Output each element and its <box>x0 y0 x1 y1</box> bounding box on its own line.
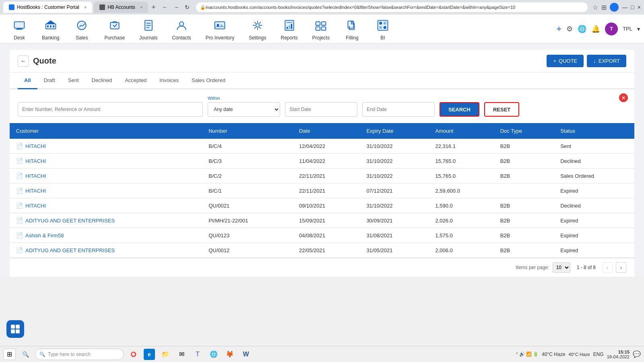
export-button[interactable]: ↓ EXPORT <box>587 55 626 67</box>
start-button[interactable]: ⊞ <box>3 349 16 360</box>
taskbar-chrome-icon[interactable]: 🌐 <box>208 349 219 360</box>
notification-icon[interactable]: 🔔 <box>591 25 600 33</box>
nav-item-journals[interactable]: Journals <box>132 14 165 44</box>
close-filter-button[interactable]: × <box>619 93 628 102</box>
tab-accepted[interactable]: Accepted <box>118 72 153 89</box>
customer-link-2[interactable]: 📄 HITACHI <box>16 173 196 179</box>
flag-icon[interactable]: 🌐 <box>578 25 586 33</box>
within-group: Within Any date This week This month Thi… <box>208 96 280 117</box>
address-bar[interactable]: 🔒 inaccounts.hostbooks.com/accounts-book… <box>196 2 588 12</box>
taskbar-mail-icon[interactable]: ✉ <box>176 349 187 360</box>
new-tab-button[interactable]: + <box>151 3 156 12</box>
bookmark-icon[interactable]: ☆ <box>592 4 598 11</box>
reload-btn[interactable]: ↻ <box>183 3 191 11</box>
nav-item-reports[interactable]: Reports <box>274 14 305 44</box>
taskbar-search-icon: 🔍 <box>39 352 45 357</box>
cell-amount-1: 15,765.0 <box>429 154 493 169</box>
customer-link-7[interactable]: 📄 ADITYUG AND GEET ENTERPRISES <box>16 247 196 253</box>
search-input[interactable] <box>18 102 203 117</box>
items-per-page-select[interactable]: 10 25 50 <box>553 262 570 273</box>
taskbar-edge-icon[interactable]: e <box>144 349 155 360</box>
col-number: Number <box>202 123 293 139</box>
cell-customer-1: 📄 HITACHI <box>10 154 202 169</box>
cell-status-6: Expired <box>554 228 634 243</box>
svg-point-31 <box>379 22 382 25</box>
cell-expiry-4: 31/10/2022 <box>360 198 429 213</box>
start-date-input[interactable] <box>285 102 357 117</box>
tab-1-close[interactable]: × <box>84 5 87 10</box>
nav-label-bi: BI <box>380 35 385 41</box>
nav-label-pro-inventory: Pro Inventory <box>206 35 234 41</box>
customer-link-5[interactable]: 📄 ADITYUG AND GEET ENTERPRISES <box>16 217 196 224</box>
taskbar-browser2-icon[interactable]: 🦊 <box>224 349 235 360</box>
tab-draft[interactable]: Draft <box>37 72 62 89</box>
tab-invoices[interactable]: Invoices <box>153 72 185 89</box>
nav-item-contacts[interactable]: Contacts <box>165 14 198 44</box>
tab-all[interactable]: All <box>18 72 37 89</box>
prev-page-button[interactable]: ‹ <box>602 262 613 273</box>
customer-link-3[interactable]: 📄 HITACHI <box>16 187 196 194</box>
svg-rect-38 <box>16 329 20 333</box>
maximize-btn[interactable]: □ <box>631 4 634 10</box>
filter-section: × Within Any date This week This month T… <box>10 89 634 123</box>
tab-sales-ordered[interactable]: Sales Ordered <box>185 72 232 89</box>
cell-amount-7: 2,006.0 <box>429 243 493 258</box>
forward-browser-btn[interactable]: → <box>172 3 181 11</box>
profile-icon[interactable] <box>610 3 619 12</box>
next-page-button[interactable]: › <box>616 262 626 273</box>
end-date-input[interactable] <box>362 102 435 117</box>
svg-rect-37 <box>11 329 15 333</box>
user-avatar[interactable]: T <box>605 23 618 35</box>
back-browser-btn[interactable]: ← <box>161 3 169 11</box>
add-button[interactable]: + <box>556 24 561 34</box>
customer-link-4[interactable]: 📄 HITACHI <box>16 202 196 209</box>
taskbar-teams-icon[interactable]: T <box>192 349 203 360</box>
taskbar-search-bar[interactable]: 🔍 Type here to search <box>35 349 124 360</box>
tab-2[interactable]: HB Accounts × <box>94 2 148 13</box>
taskbar-cortana-icon[interactable]: ⭕ <box>128 349 139 360</box>
nav-label-purchase: Purchase <box>104 35 125 41</box>
col-status: Status <box>554 123 634 139</box>
extensions-icon[interactable]: ⊞ <box>601 4 607 11</box>
reset-button[interactable]: RESET <box>484 102 519 117</box>
settings-gear-icon[interactable]: ⚙ <box>566 25 573 33</box>
back-arrow-icon: ← <box>21 58 26 64</box>
user-chevron-icon[interactable]: ▾ <box>637 26 640 32</box>
nav-item-sales[interactable]: Sales <box>66 14 97 44</box>
back-button[interactable]: ← <box>18 56 29 67</box>
nav-item-filling[interactable]: Filling <box>337 14 367 44</box>
customer-link-0[interactable]: 📄 HITACHI <box>16 143 196 149</box>
nav-item-pro-inventory[interactable]: Pro Inventory <box>198 14 242 44</box>
nav-item-settings[interactable]: Settings <box>242 14 273 44</box>
nav-item-projects[interactable]: Projects <box>305 14 337 44</box>
tab-sent[interactable]: Sent <box>62 72 85 89</box>
journals-icon <box>140 17 157 33</box>
search-taskbar-icon[interactable]: 🔍 <box>20 349 31 360</box>
grid-fab-button[interactable] <box>6 320 24 338</box>
grid-fab-icon <box>10 324 21 334</box>
pro-inventory-icon <box>212 17 228 33</box>
tab-1[interactable]: HostBooks : Customer Portal × <box>3 2 92 13</box>
cell-status-5: Expired <box>554 213 634 228</box>
svg-rect-36 <box>16 325 20 329</box>
nav-item-banking[interactable]: Banking <box>35 14 66 44</box>
notification-center-icon[interactable]: 💬 <box>633 350 641 358</box>
search-button[interactable]: SEARCH <box>440 102 479 117</box>
tab-declined[interactable]: Declined <box>85 72 119 89</box>
nav-item-purchase[interactable]: Purchase <box>97 14 132 44</box>
banking-icon <box>43 17 59 33</box>
cell-status-4: Declined <box>554 198 634 213</box>
within-select[interactable]: Any date This week This month This year <box>208 102 280 117</box>
quote-button[interactable]: + QUOTE <box>547 55 584 67</box>
taskbar-explorer-icon[interactable]: 📁 <box>160 349 171 360</box>
nav-item-bi[interactable]: BI <box>367 14 398 44</box>
customer-link-1[interactable]: 📄 HITACHI <box>16 158 196 164</box>
close-btn[interactable]: × <box>638 4 641 10</box>
nav-item-desk[interactable]: Desk <box>4 14 35 44</box>
tab-2-close[interactable]: × <box>140 5 142 10</box>
minimize-btn[interactable]: — <box>622 4 627 10</box>
cell-expiry-3: 07/12/2021 <box>360 183 429 198</box>
desk-icon <box>11 17 27 33</box>
taskbar-word-icon[interactable]: W <box>240 349 252 360</box>
customer-link-6[interactable]: 📄 Ashish & Firm58 <box>16 232 196 239</box>
